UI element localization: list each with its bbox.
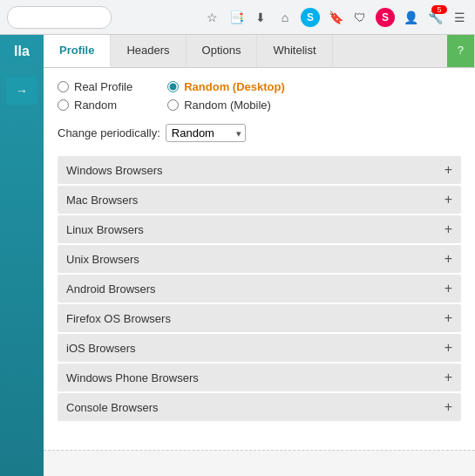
browser-row-plus-icon: + (444, 281, 452, 296)
sidebar: lla → (0, 35, 44, 476)
arrow-icon: → (16, 84, 28, 98)
tab-options[interactable]: Options (187, 35, 258, 67)
panel-bottom (44, 450, 475, 476)
radio-group: Real Profile Random Random (Desktop) Ran… (58, 80, 461, 112)
browser-row[interactable]: Windows Browsers + (58, 156, 461, 184)
browser-row-plus-icon: + (444, 399, 452, 415)
radio-real-profile-input[interactable] (58, 81, 69, 92)
browser-row-label: Unix Browsers (66, 253, 139, 266)
left-radio-col: Real Profile Random (58, 80, 132, 112)
ext3-icon[interactable]: 🔧 (426, 9, 444, 26)
bookmark-icon[interactable]: 📑 (227, 9, 245, 26)
tab-profile[interactable]: Profile (44, 35, 111, 67)
radio-random-desktop-label: Random (Desktop) (184, 80, 285, 93)
dropdown-wrapper: Random Never 1 minute 5 minutes 10 minut… (166, 124, 246, 142)
browser-row-label: Windows Phone Browsers (66, 371, 199, 384)
tabs-bar: Profile Headers Options Whitelist ? (44, 35, 475, 68)
skype-icon[interactable]: S (301, 8, 320, 27)
browser-row-label: iOS Browsers (66, 342, 135, 355)
tab-whitelist[interactable]: Whitelist (257, 35, 332, 67)
radio-real-profile[interactable]: Real Profile (58, 80, 132, 93)
tab-headers[interactable]: Headers (111, 35, 186, 67)
user-icon[interactable]: 👤 (402, 9, 419, 26)
browser-row[interactable]: Console Browsers + (58, 393, 461, 421)
home-icon[interactable]: ⌂ (276, 9, 294, 26)
radio-random-label: Random (74, 99, 117, 112)
browser-row-label: Console Browsers (66, 401, 159, 414)
sidebar-logo: lla (14, 44, 30, 59)
right-radio-col: Random (Desktop) Random (Mobile) (167, 80, 285, 112)
address-bar[interactable] (7, 6, 112, 29)
change-periodically-label: Change periodically: (58, 126, 160, 139)
browser-row[interactable]: Mac Browsers + (58, 186, 461, 214)
browser-row-label: Android Browsers (66, 282, 156, 296)
browser-row[interactable]: Windows Phone Browsers + (58, 364, 461, 391)
browser-row-plus-icon: + (444, 192, 452, 207)
browser-row-plus-icon: + (444, 221, 452, 237)
radio-real-profile-label: Real Profile (74, 80, 132, 93)
browser-row[interactable]: Android Browsers + (58, 275, 461, 303)
change-periodically-dropdown[interactable]: Random Never 1 minute 5 minutes 10 minut… (166, 124, 246, 142)
browser-row-plus-icon: + (444, 310, 452, 326)
browser-row-label: Windows Browsers (66, 164, 163, 177)
browser-list: Windows Browsers + Mac Browsers + Linux … (58, 156, 461, 421)
radio-random[interactable]: Random (58, 99, 132, 112)
shield-icon[interactable]: 🛡 (351, 9, 369, 26)
radio-random-mobile[interactable]: Random (Mobile) (167, 99, 285, 112)
tab-help[interactable]: ? (447, 35, 475, 67)
browser-row[interactable]: Unix Browsers + (58, 245, 461, 273)
browser-row[interactable]: Linux Browsers + (58, 215, 461, 243)
browser-chrome: ☆ 📑 ⬇ ⌂ S 🔖 🛡 S 👤 🔧 ☰ (0, 0, 475, 35)
browser-row-plus-icon: + (444, 162, 452, 178)
radio-random-desktop-input[interactable] (167, 81, 179, 92)
radio-random-desktop[interactable]: Random (Desktop) (167, 80, 285, 93)
browser-row-plus-icon: + (444, 340, 452, 356)
change-periodically-row: Change periodically: Random Never 1 minu… (58, 124, 461, 142)
browser-row[interactable]: iOS Browsers + (58, 334, 461, 362)
download-icon[interactable]: ⬇ (252, 9, 269, 26)
panel: Profile Headers Options Whitelist ? (44, 35, 475, 476)
star-icon[interactable]: ☆ (203, 9, 221, 26)
toolbar-icons: ☆ 📑 ⬇ ⌂ S 🔖 🛡 S 👤 🔧 ☰ (117, 8, 468, 27)
browser-row[interactable]: Firefox OS Browsers + (58, 304, 461, 332)
ext1-icon[interactable]: 🔖 (327, 9, 344, 26)
sidebar-arrow-button[interactable]: → (6, 77, 37, 105)
menu-icon[interactable]: ☰ (451, 9, 468, 26)
browser-row-plus-icon: + (444, 370, 452, 385)
browser-row-plus-icon: + (444, 251, 452, 267)
radio-random-mobile-label: Random (Mobile) (184, 99, 271, 112)
browser-row-label: Mac Browsers (66, 194, 138, 207)
radio-random-input[interactable] (58, 99, 69, 111)
radio-random-mobile-input[interactable] (167, 99, 179, 111)
main-area: lla → Profile Headers Options Whitelist … (0, 35, 475, 476)
browser-row-label: Linux Browsers (66, 223, 144, 236)
browser-row-label: Firefox OS Browsers (66, 312, 171, 325)
panel-body: Real Profile Random Random (Desktop) Ran… (44, 68, 475, 450)
ext2-icon[interactable]: S (376, 8, 395, 27)
